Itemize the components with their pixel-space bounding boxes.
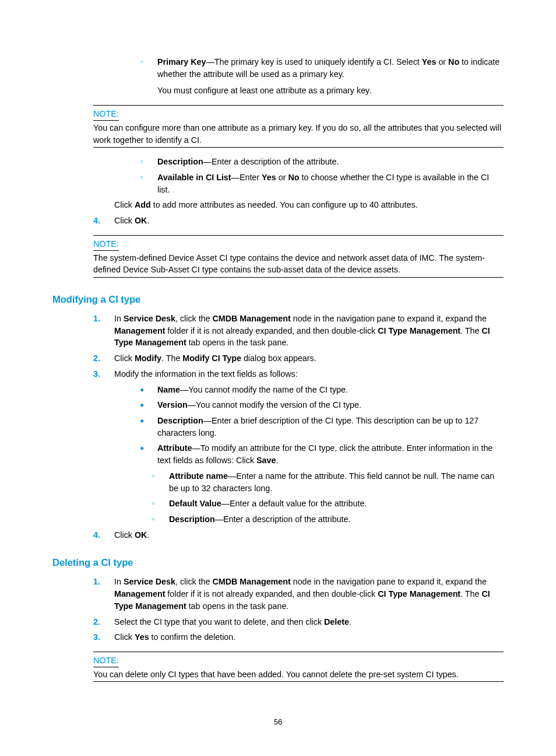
bullet-body: Version—You cannot modify the version of… — [157, 399, 504, 411]
text: or — [436, 57, 448, 66]
step-number: 3. — [93, 368, 114, 380]
bullet-version: ● Version—You cannot modify the version … — [140, 399, 504, 411]
step-number: 3. — [93, 631, 114, 643]
label-yes: Yes — [135, 632, 149, 642]
text: —The primary key is used to uniquely ide… — [206, 57, 421, 66]
bullet-body: Available in CI List—Enter Yes or No to … — [157, 172, 504, 195]
text: . The — [460, 589, 481, 598]
step-body: Click Modify. The Modify CI Type dialog … — [114, 352, 504, 365]
text: —To modify an attribute for the CI type,… — [157, 443, 492, 465]
circle-bullet-icon: ○ — [152, 470, 169, 494]
text: folder if it is not already expanded, an… — [165, 326, 378, 335]
label-delete: Delete — [324, 617, 349, 626]
heading-modifying-ci-type: Modifying a CI type — [52, 293, 504, 307]
subbullet-default-value: ○ Default Value—Enter a default value fo… — [152, 498, 504, 510]
bullet-body: Attribute—To modify an attribute for the… — [157, 442, 504, 466]
text: or — [276, 173, 288, 182]
circle-bullet-icon: ○ — [140, 172, 157, 195]
text: Click — [114, 200, 135, 209]
step-number: 4. — [93, 215, 114, 227]
label: Attribute — [157, 443, 192, 453]
note-box-1: NOTE: You can configure more than one at… — [93, 105, 504, 148]
paragraph-click-add: Click Add to add more attributes as need… — [114, 199, 504, 211]
bullet-description: ● Description—Enter a brief description … — [140, 415, 504, 439]
delete-step-2: 2. Select the CI type that you want to d… — [93, 616, 504, 628]
step-body: In Service Desk, click the CMDB Manageme… — [114, 576, 504, 612]
text: . — [147, 530, 149, 540]
circle-bullet-icon: ○ — [140, 156, 157, 168]
note-box-2: NOTE: The system-defined Device Asset CI… — [93, 235, 504, 278]
text: —You cannot modify the version of the CI… — [188, 400, 361, 410]
disc-bullet-icon: ● — [140, 384, 157, 396]
bullet-body: Attribute name—Enter a name for the attr… — [169, 470, 504, 494]
text: In — [114, 314, 124, 323]
step-4: 4. Click OK. — [93, 215, 504, 227]
step-body: In Service Desk, click the CMDB Manageme… — [114, 313, 504, 349]
label-add: Add — [135, 200, 151, 209]
bullet-body: Primary Key—The primary key is used to u… — [157, 56, 504, 97]
text: . — [349, 617, 351, 626]
text: , click the — [175, 314, 213, 323]
heading-deleting-ci-type: Deleting a CI type — [52, 556, 504, 570]
circle-bullet-icon: ○ — [140, 56, 157, 97]
text: —Enter — [231, 173, 262, 182]
text: to confirm the deletion. — [149, 632, 236, 642]
circle-bullet-icon: ○ — [152, 498, 169, 510]
label: CMDB Management — [213, 577, 291, 586]
delete-step-3: 3. Click Yes to confirm the deletion. — [93, 631, 504, 643]
text: to add more attributes as needed. You ca… — [151, 200, 418, 209]
label: Service Desk — [124, 314, 175, 323]
bullet-description: ○ Description—Enter a description of the… — [140, 156, 504, 168]
disc-bullet-icon: ● — [140, 442, 157, 466]
note-body: You can configure more than one attribut… — [93, 122, 504, 148]
text: —Enter a default value for the attribute… — [221, 499, 367, 508]
label: Service Desk — [124, 577, 175, 586]
step-number: 4. — [93, 529, 114, 541]
label: CI Type Management — [378, 326, 460, 335]
disc-bullet-icon: ● — [140, 415, 157, 439]
label-yes: Yes — [262, 173, 276, 182]
modify-step-1: 1. In Service Desk, click the CMDB Manag… — [93, 313, 504, 349]
step-body: Click OK. — [114, 215, 504, 227]
note-box-3: NOTE: You can delete only CI types that … — [93, 652, 504, 682]
note-body: The system-defined Device Asset CI type … — [93, 252, 504, 278]
text: tab opens in the task pane. — [186, 338, 289, 347]
note-body: You can delete only CI types that have b… — [93, 668, 504, 682]
text: . — [147, 216, 149, 225]
step-body: Select the CI type that you want to dele… — [114, 616, 504, 628]
label: Attribute name — [169, 471, 228, 481]
label: CI Type Management — [378, 589, 460, 598]
text: . The — [460, 326, 481, 335]
step-body: Modify the information in the text field… — [114, 368, 504, 380]
label: Name — [157, 385, 180, 394]
step-number: 2. — [93, 352, 114, 365]
step-body: Click OK. — [114, 529, 504, 541]
bullet-body: Description—Enter a description of the a… — [169, 513, 504, 526]
text: . The — [161, 354, 182, 363]
text: node in the navigation pane to expand it… — [291, 577, 487, 586]
bullet-body: Name—You cannot modify the name of the C… — [157, 384, 504, 396]
step-number: 1. — [93, 313, 114, 349]
step-number: 1. — [93, 576, 114, 612]
label-yes: Yes — [422, 57, 437, 66]
text: Click — [114, 632, 135, 642]
bullet-primary-key: ○ Primary Key—The primary key is used to… — [140, 56, 504, 97]
label: Management — [114, 326, 165, 335]
text: Click — [114, 354, 135, 363]
label-ok: OK — [135, 530, 147, 540]
note-label: NOTE: — [93, 106, 119, 121]
label-save: Save — [256, 456, 276, 465]
label-no: No — [288, 173, 299, 182]
text: In — [114, 577, 124, 586]
text: —You cannot modify the name of the CI ty… — [180, 385, 348, 394]
label-no: No — [448, 57, 459, 66]
text: Click — [114, 216, 135, 225]
text: —Enter a brief description of the CI typ… — [157, 416, 478, 438]
label: Modify CI Type — [182, 354, 241, 363]
note-label: NOTE: — [93, 236, 119, 251]
bullet-body: Default Value—Enter a default value for … — [169, 498, 504, 510]
text: tab opens in the task pane. — [186, 601, 289, 611]
text: dialog box appears. — [241, 354, 316, 363]
bullet-body: Description—Enter a description of the a… — [157, 156, 504, 168]
page-number: 56 — [0, 717, 556, 728]
